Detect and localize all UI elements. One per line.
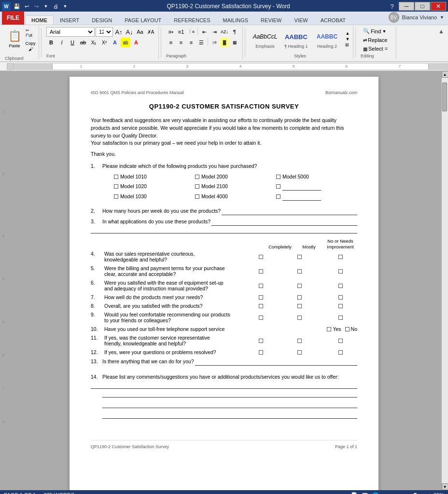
question-14: 14. Please list any comments/suggestions… [91, 373, 357, 430]
bullets-button[interactable]: ≡• [166, 27, 176, 37]
view-print-button[interactable]: 📄 [351, 492, 358, 494]
save-button[interactable]: 💾 [13, 2, 21, 11]
product-5000: Model 5000 [276, 173, 357, 181]
qat-more-button[interactable]: ▼ [61, 2, 70, 11]
question-3: 3. In what applications do you use these… [91, 218, 357, 233]
subscript-button[interactable]: X₂ [89, 38, 98, 47]
close-button[interactable]: ✕ [431, 2, 446, 11]
footer-left: QP1190-2 Customer Satisfaction Survey [91, 444, 169, 449]
text-effects-button[interactable]: A [110, 38, 120, 47]
question-8: 8.Overall, are you satisfied with the pr… [91, 303, 357, 309]
tab-references[interactable]: REFERENCES [168, 15, 216, 25]
thanks-text: Thank you. [91, 151, 357, 157]
change-case-button[interactable]: Aa [135, 27, 145, 37]
sort-button[interactable]: AZ↓ [220, 27, 229, 37]
word-count: 275 WORDS [43, 492, 74, 494]
product-1010: Model 1010 [114, 173, 195, 181]
font-name-select[interactable]: Arial [46, 27, 95, 37]
cut-button[interactable]: ✂ Cut [25, 29, 36, 37]
product-4000: Model 4000 [195, 192, 276, 201]
help-button[interactable]: ? [387, 3, 397, 10]
replace-button[interactable]: ⇄ Replace [361, 36, 390, 44]
redo-button[interactable]: ↪ [32, 2, 41, 11]
print-button[interactable]: 🖨 [51, 2, 60, 11]
format-painter-button[interactable]: 🖌 [25, 45, 36, 53]
scroll-thumb[interactable] [442, 82, 447, 111]
font-size-select[interactable]: 12 [96, 27, 113, 37]
align-left-button[interactable]: ≡ [166, 38, 176, 47]
question-11: 11.If yes, was the customer service repr… [91, 335, 357, 346]
clipboard-label: Clipboard [5, 55, 24, 61]
rating-table-header: Completely Mostly No or NeedsImprovement [91, 238, 357, 250]
style-heading2[interactable]: AABBC Heading 2 [312, 28, 341, 50]
find-button[interactable]: 🔍 Find▼ [361, 27, 390, 35]
find-icon: 🔍 [363, 28, 370, 34]
shading-button[interactable]: ▓ [220, 38, 229, 47]
select-button[interactable]: ▦ Select = [361, 45, 390, 53]
italic-button[interactable]: I [57, 38, 67, 47]
style-heading2-preview: AABBC [317, 29, 337, 44]
tab-mailings[interactable]: MAILINGS [217, 15, 255, 25]
question-2: 2. How many hours per week do you use th… [91, 207, 357, 215]
zoom-slider-container[interactable]: − + 80% [383, 492, 444, 494]
superscript-button[interactable]: X² [99, 38, 109, 47]
left-sidebar: 1 2 3 4 5 6 7 8 [0, 71, 7, 490]
tab-insert[interactable]: INSERT [54, 15, 85, 25]
maximize-button[interactable]: □ [415, 2, 430, 11]
copy-button[interactable]: 📄 Copy [25, 37, 36, 45]
strikethrough-button[interactable]: ab [78, 38, 88, 47]
zoom-out-button[interactable]: − [383, 492, 386, 494]
minimize-button[interactable]: ─ [399, 2, 414, 11]
view-full-reading-button[interactable]: 📖 [362, 492, 368, 494]
tab-home[interactable]: HOME [25, 15, 54, 25]
view-web-layout-button[interactable]: 🌐 [372, 492, 379, 494]
question-13: 13. Is there anything that we can do for… [91, 358, 357, 366]
align-right-button[interactable]: ≡ [186, 38, 196, 47]
decrease-indent-button[interactable]: ⇤ [199, 27, 209, 37]
scroll-track[interactable] [442, 78, 448, 483]
numbering-button[interactable]: ≡1 [176, 27, 186, 37]
increase-indent-button[interactable]: ⇥ [210, 27, 219, 37]
scrollbar-vertical[interactable]: ▲ ▼ [441, 71, 448, 490]
align-center-button[interactable]: ≡ [176, 38, 186, 47]
tab-acrobat[interactable]: ACROBAT [314, 15, 352, 25]
bold-button[interactable]: B [46, 38, 56, 47]
style-emphasis-label: Emphasis [255, 44, 275, 49]
styles-group-label: Styles [294, 53, 306, 58]
editing-group-label: Editing [361, 53, 374, 58]
line-spacing-button[interactable]: ↕≡ [210, 38, 219, 47]
tab-page-layout[interactable]: PAGE LAYOUT [118, 15, 168, 25]
user-name[interactable]: Bianca Viviano [402, 14, 437, 20]
show-hide-button[interactable]: ¶ [230, 27, 239, 37]
justify-button[interactable]: ☰ [196, 38, 206, 47]
header-right: Bizmanualz.com [325, 90, 357, 95]
underline-button[interactable]: U [68, 38, 77, 47]
tab-design[interactable]: DESIGN [85, 15, 118, 25]
styles-scroll-down[interactable]: ▲ ▼ ⊞ [345, 31, 350, 47]
status-bar: PAGE 1 OF 1 275 WORDS ✏ 📄 📖 🌐 − + 80% [0, 490, 448, 494]
borders-button[interactable]: ▦ [230, 38, 239, 47]
highlight-color-button[interactable]: ab [121, 38, 130, 47]
tab-view[interactable]: VIEW [288, 15, 314, 25]
zoom-level: 80% [434, 492, 444, 494]
style-emphasis[interactable]: AaBbCcL Emphasis [251, 28, 280, 50]
page: ISO 9001 QMS Policies and Procedures Man… [70, 77, 378, 490]
shrink-font-button[interactable]: A↓ [125, 27, 134, 37]
style-heading1[interactable]: AABBC ¶ Heading 1 [281, 28, 310, 50]
edit-mode-button[interactable]: ✏ [82, 492, 86, 494]
font-color-button[interactable]: A [131, 38, 141, 47]
multilevel-list-button[interactable]: ⋮≡ [186, 27, 196, 37]
customize-qat-button[interactable]: ▼ [42, 2, 50, 11]
scroll-up-button[interactable]: ▲ [442, 71, 448, 78]
undo-button[interactable]: ↩ [22, 2, 31, 11]
paste-button[interactable]: 📋 Paste [5, 27, 24, 51]
scroll-down-button[interactable]: ▼ [442, 483, 448, 490]
clear-format-button[interactable]: ✗A [146, 27, 155, 37]
tab-review[interactable]: REVIEW [254, 15, 288, 25]
grow-font-button[interactable]: A↑ [114, 27, 124, 37]
collapse-ribbon-button[interactable]: ▲ [436, 26, 446, 59]
product-2100: Model 2100 [195, 183, 276, 191]
style-heading2-label: Heading 2 [317, 44, 337, 49]
zoom-in-button[interactable]: + [429, 492, 432, 494]
file-button[interactable]: FILE [2, 11, 24, 25]
